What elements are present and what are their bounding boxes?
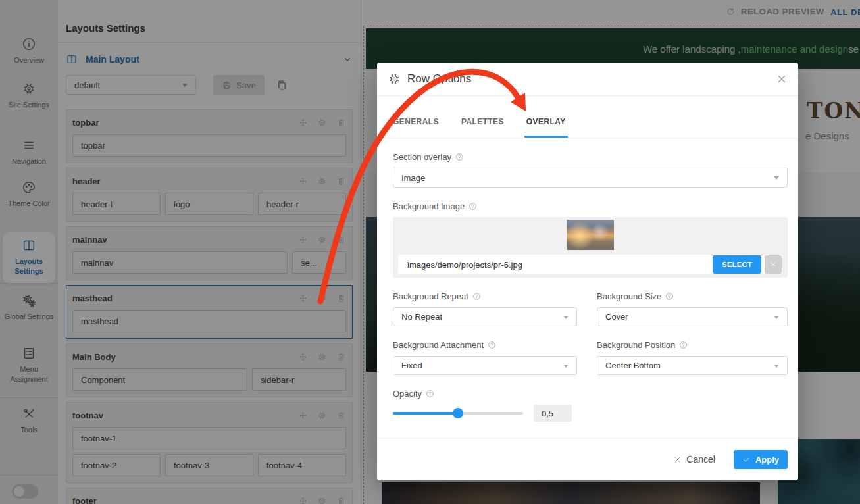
select-image-button[interactable]: SELECT — [713, 255, 761, 274]
background-size-select[interactable]: Cover — [597, 307, 788, 326]
opacity-slider-thumb[interactable] — [453, 408, 463, 418]
background-size-label: Background Size — [597, 292, 788, 301]
opacity-value: 0,5 — [534, 405, 572, 422]
background-image-path-row: SELECT — [398, 255, 782, 274]
modal-title: Row Options — [407, 72, 471, 86]
field-label-text: Background Attachment — [393, 340, 484, 350]
background-position-value: Center Bottom — [605, 361, 661, 370]
opacity-slider[interactable] — [393, 412, 523, 415]
check-icon — [742, 455, 751, 464]
help-icon — [472, 292, 481, 301]
tab-palettes[interactable]: PALETTES — [461, 117, 504, 138]
background-repeat-value: No Repeat — [401, 312, 442, 322]
opacity-label: Opacity — [393, 390, 788, 398]
apply-button[interactable]: Apply — [734, 450, 788, 469]
apply-button-label: Apply — [755, 455, 779, 465]
help-icon — [468, 202, 477, 211]
tab-generals[interactable]: GENERALS — [393, 117, 439, 138]
background-repeat-label: Background Repeat — [393, 292, 577, 301]
background-repeat-select[interactable]: No Repeat — [393, 307, 577, 326]
modal-tabs: GENERALSPALETTESOVERLAY — [377, 96, 798, 138]
background-attachment-value: Fixed — [401, 361, 422, 370]
field-label-text: Background Image — [393, 201, 465, 211]
background-attachment-label: Background Attachment — [393, 341, 577, 349]
gear-icon — [388, 72, 401, 86]
background-image-path-input[interactable] — [406, 259, 713, 270]
help-icon — [488, 341, 496, 349]
app-root: RELOAD PREVIEW ALL DE We offer landscapi… — [0, 0, 860, 504]
opacity-slider-fill — [393, 412, 458, 415]
opacity-row: 0,5 — [393, 405, 788, 422]
cancel-button[interactable]: Cancel — [673, 454, 715, 465]
background-position-label: Background Position — [597, 341, 788, 349]
section-overlay-select[interactable]: Image — [393, 168, 788, 188]
close-icon[interactable] — [776, 73, 788, 85]
help-icon — [426, 390, 434, 398]
help-icon — [455, 153, 464, 161]
modal-footer: Cancel Apply — [377, 438, 798, 480]
modal-body: Section overlay Image Background Image S… — [377, 138, 798, 422]
help-icon — [665, 292, 674, 301]
help-icon — [679, 341, 688, 349]
field-label-text: Section overlay — [393, 152, 451, 162]
close-icon — [769, 261, 777, 268]
row-options-modal: Row Options GENERALSPALETTESOVERLAY Sect… — [377, 63, 798, 480]
background-position-select[interactable]: Center Bottom — [597, 356, 788, 375]
tab-overlay[interactable]: OVERLAY — [526, 117, 566, 138]
field-label-text: Background Position — [597, 340, 675, 350]
field-label-text: Background Size — [597, 291, 661, 301]
section-overlay-label: Section overlay — [393, 153, 788, 161]
cancel-button-label: Cancel — [686, 454, 715, 465]
background-image-box: SELECT — [393, 217, 788, 278]
background-size-value: Cover — [605, 312, 628, 322]
clear-image-button[interactable] — [765, 255, 782, 274]
background-image-label: Background Image — [393, 202, 788, 211]
section-overlay-value: Image — [401, 173, 425, 183]
modal-field-grid: Background Repeat No Repeat Background A… — [393, 278, 788, 375]
field-label-text: Opacity — [393, 389, 422, 399]
modal-header: Row Options — [377, 63, 798, 96]
background-attachment-select[interactable]: Fixed — [393, 356, 577, 375]
close-icon — [673, 455, 682, 464]
field-label-text: Background Repeat — [393, 291, 468, 301]
background-image-thumbnail[interactable] — [567, 220, 614, 250]
